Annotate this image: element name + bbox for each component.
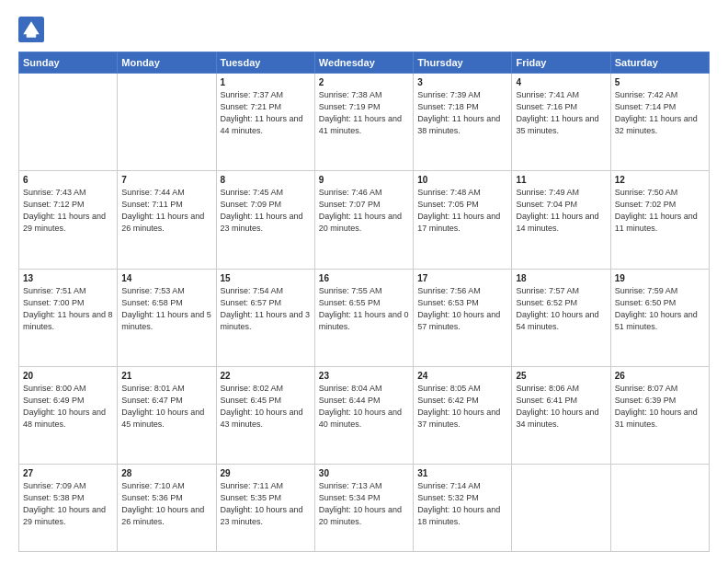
day-info: Sunrise: 7:39 AMSunset: 7:18 PMDaylight:… [417, 89, 507, 137]
day-number: 9 [319, 175, 409, 185]
day-info: Sunrise: 7:38 AMSunset: 7:19 PMDaylight:… [319, 89, 409, 137]
calendar-cell: 14Sunrise: 7:53 AMSunset: 6:58 PMDayligh… [118, 269, 216, 366]
day-number: 10 [417, 175, 507, 185]
day-info: Sunrise: 7:14 AMSunset: 5:32 PMDaylight:… [417, 480, 507, 528]
day-number: 7 [121, 175, 211, 185]
day-info: Sunrise: 7:45 AMSunset: 7:09 PMDaylight:… [221, 187, 311, 235]
calendar-cell: 8Sunrise: 7:45 AMSunset: 7:09 PMDaylight… [216, 171, 314, 269]
weekday-header: Monday [118, 52, 216, 74]
calendar-cell: 5Sunrise: 7:42 AMSunset: 7:14 PMDaylight… [610, 74, 709, 171]
calendar-cell: 16Sunrise: 7:55 AMSunset: 6:55 PMDayligh… [314, 269, 413, 366]
calendar-cell: 30Sunrise: 7:13 AMSunset: 5:34 PMDayligh… [314, 465, 413, 552]
day-number: 27 [23, 468, 113, 478]
day-number: 19 [615, 273, 705, 283]
calendar-cell: 6Sunrise: 7:43 AMSunset: 7:12 PMDaylight… [19, 171, 118, 269]
calendar-cell: 11Sunrise: 7:49 AMSunset: 7:04 PMDayligh… [512, 171, 610, 269]
calendar-header-row: SundayMondayTuesdayWednesdayThursdayFrid… [19, 52, 710, 74]
calendar-week-row: 13Sunrise: 7:51 AMSunset: 7:00 PMDayligh… [19, 269, 710, 366]
day-number: 22 [221, 371, 311, 381]
calendar-week-row: 1Sunrise: 7:37 AMSunset: 7:21 PMDaylight… [19, 74, 710, 171]
calendar-cell: 9Sunrise: 7:46 AMSunset: 7:07 PMDaylight… [314, 171, 413, 269]
day-info: Sunrise: 8:02 AMSunset: 6:45 PMDaylight:… [221, 383, 311, 431]
calendar-cell: 31Sunrise: 7:14 AMSunset: 5:32 PMDayligh… [414, 465, 512, 552]
calendar-cell: 4Sunrise: 7:41 AMSunset: 7:16 PMDaylight… [512, 74, 610, 171]
calendar-cell: 23Sunrise: 8:04 AMSunset: 6:44 PMDayligh… [314, 366, 413, 464]
day-number: 16 [319, 273, 409, 283]
day-info: Sunrise: 7:59 AMSunset: 6:50 PMDaylight:… [615, 285, 705, 333]
day-info: Sunrise: 8:06 AMSunset: 6:41 PMDaylight:… [516, 383, 606, 431]
day-info: Sunrise: 7:42 AMSunset: 7:14 PMDaylight:… [615, 89, 705, 137]
calendar-cell: 17Sunrise: 7:56 AMSunset: 6:53 PMDayligh… [414, 269, 512, 366]
day-info: Sunrise: 7:50 AMSunset: 7:02 PMDaylight:… [615, 187, 705, 235]
day-info: Sunrise: 8:05 AMSunset: 6:42 PMDaylight:… [417, 383, 507, 431]
day-number: 23 [319, 371, 409, 381]
day-info: Sunrise: 7:51 AMSunset: 7:00 PMDaylight:… [23, 285, 113, 333]
calendar-week-row: 20Sunrise: 8:00 AMSunset: 6:49 PMDayligh… [19, 366, 710, 464]
day-number: 25 [516, 371, 606, 381]
day-number: 26 [615, 371, 705, 381]
calendar-cell: 28Sunrise: 7:10 AMSunset: 5:36 PMDayligh… [118, 465, 216, 552]
day-number: 2 [319, 77, 409, 87]
day-number: 20 [23, 371, 113, 381]
day-info: Sunrise: 7:49 AMSunset: 7:04 PMDaylight:… [516, 187, 606, 235]
calendar-cell: 20Sunrise: 8:00 AMSunset: 6:49 PMDayligh… [19, 366, 118, 464]
calendar-cell: 21Sunrise: 8:01 AMSunset: 6:47 PMDayligh… [118, 366, 216, 464]
calendar-cell: 26Sunrise: 8:07 AMSunset: 6:39 PMDayligh… [610, 366, 709, 464]
day-info: Sunrise: 7:41 AMSunset: 7:16 PMDaylight:… [516, 89, 606, 137]
day-info: Sunrise: 7:55 AMSunset: 6:55 PMDaylight:… [319, 285, 409, 333]
day-number: 1 [221, 77, 311, 87]
calendar-cell: 24Sunrise: 8:05 AMSunset: 6:42 PMDayligh… [414, 366, 512, 464]
day-info: Sunrise: 7:54 AMSunset: 6:57 PMDaylight:… [221, 285, 311, 333]
calendar-cell: 27Sunrise: 7:09 AMSunset: 5:38 PMDayligh… [19, 465, 118, 552]
calendar-cell: 7Sunrise: 7:44 AMSunset: 7:11 PMDaylight… [118, 171, 216, 269]
weekday-header: Saturday [610, 52, 709, 74]
calendar-cell: 10Sunrise: 7:48 AMSunset: 7:05 PMDayligh… [414, 171, 512, 269]
calendar-cell: 29Sunrise: 7:11 AMSunset: 5:35 PMDayligh… [216, 465, 314, 552]
day-info: Sunrise: 7:57 AMSunset: 6:52 PMDaylight:… [516, 285, 606, 333]
day-info: Sunrise: 7:44 AMSunset: 7:11 PMDaylight:… [121, 187, 211, 235]
calendar-week-row: 6Sunrise: 7:43 AMSunset: 7:12 PMDaylight… [19, 171, 710, 269]
day-info: Sunrise: 8:07 AMSunset: 6:39 PMDaylight:… [615, 383, 705, 431]
calendar-cell [19, 74, 118, 171]
weekday-header: Friday [512, 52, 610, 74]
weekday-header: Wednesday [314, 52, 413, 74]
day-info: Sunrise: 7:09 AMSunset: 5:38 PMDaylight:… [23, 480, 113, 528]
day-info: Sunrise: 8:00 AMSunset: 6:49 PMDaylight:… [23, 383, 113, 431]
day-info: Sunrise: 7:13 AMSunset: 5:34 PMDaylight:… [319, 480, 409, 528]
day-number: 4 [516, 77, 606, 87]
day-info: Sunrise: 7:56 AMSunset: 6:53 PMDaylight:… [417, 285, 507, 333]
day-number: 24 [417, 371, 507, 381]
weekday-header: Sunday [19, 52, 118, 74]
day-info: Sunrise: 7:11 AMSunset: 5:35 PMDaylight:… [221, 480, 311, 528]
day-number: 11 [516, 175, 606, 185]
calendar-cell: 15Sunrise: 7:54 AMSunset: 6:57 PMDayligh… [216, 269, 314, 366]
day-number: 30 [319, 468, 409, 478]
calendar-cell: 2Sunrise: 7:38 AMSunset: 7:19 PMDaylight… [314, 74, 413, 171]
calendar-cell: 12Sunrise: 7:50 AMSunset: 7:02 PMDayligh… [610, 171, 709, 269]
day-number: 3 [417, 77, 507, 87]
day-number: 12 [615, 175, 705, 185]
day-info: Sunrise: 7:43 AMSunset: 7:12 PMDaylight:… [23, 187, 113, 235]
calendar-cell [118, 74, 216, 171]
day-number: 13 [23, 273, 113, 283]
weekday-header: Tuesday [216, 52, 314, 74]
day-number: 8 [221, 175, 311, 185]
day-number: 15 [221, 273, 311, 283]
logo-icon [18, 17, 44, 42]
day-info: Sunrise: 7:48 AMSunset: 7:05 PMDaylight:… [417, 187, 507, 235]
day-number: 17 [417, 273, 507, 283]
calendar-cell: 25Sunrise: 8:06 AMSunset: 6:41 PMDayligh… [512, 366, 610, 464]
calendar-cell: 18Sunrise: 7:57 AMSunset: 6:52 PMDayligh… [512, 269, 610, 366]
page: SundayMondayTuesdayWednesdayThursdayFrid… [0, 0, 728, 563]
day-number: 6 [23, 175, 113, 185]
calendar-week-row: 27Sunrise: 7:09 AMSunset: 5:38 PMDayligh… [19, 465, 710, 552]
day-number: 21 [121, 371, 211, 381]
day-number: 5 [615, 77, 705, 87]
logo [18, 17, 48, 42]
day-info: Sunrise: 8:04 AMSunset: 6:44 PMDaylight:… [319, 383, 409, 431]
day-number: 31 [417, 468, 507, 478]
day-info: Sunrise: 7:46 AMSunset: 7:07 PMDaylight:… [319, 187, 409, 235]
svg-rect-2 [27, 33, 37, 38]
calendar: SundayMondayTuesdayWednesdayThursdayFrid… [18, 52, 710, 552]
calendar-cell: 13Sunrise: 7:51 AMSunset: 7:00 PMDayligh… [19, 269, 118, 366]
